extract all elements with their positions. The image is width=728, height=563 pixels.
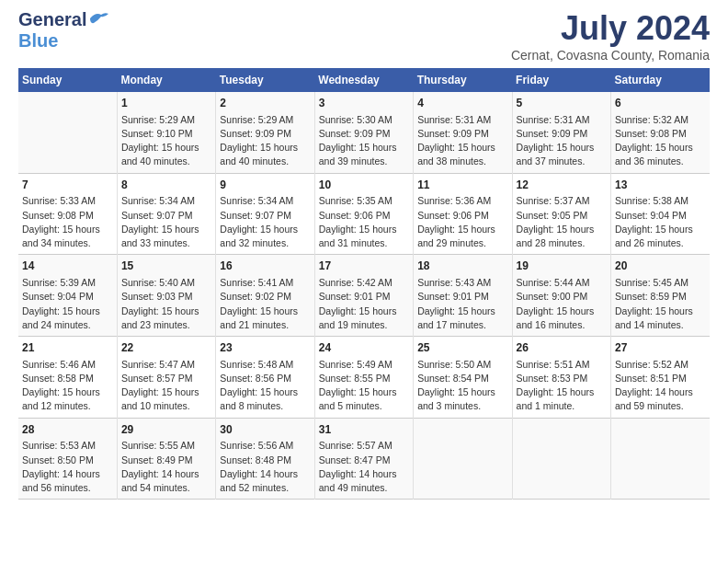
day-info: Sunrise: 5:57 AM Sunset: 8:47 PM Dayligh… bbox=[319, 439, 409, 495]
calendar-body: 1Sunrise: 5:29 AM Sunset: 9:10 PM Daylig… bbox=[18, 92, 710, 500]
day-info: Sunrise: 5:42 AM Sunset: 9:01 PM Dayligh… bbox=[319, 276, 409, 332]
day-number: 23 bbox=[220, 340, 310, 356]
calendar-day-cell: 21Sunrise: 5:46 AM Sunset: 8:58 PM Dayli… bbox=[18, 337, 117, 419]
day-number: 9 bbox=[220, 178, 310, 193]
calendar-day-cell: 12Sunrise: 5:37 AM Sunset: 9:05 PM Dayli… bbox=[512, 173, 610, 255]
calendar-day-cell: 16Sunrise: 5:41 AM Sunset: 9:02 PM Dayli… bbox=[216, 255, 314, 337]
page-header: General Blue July 2024 Cernat, Covasna C… bbox=[18, 9, 710, 63]
calendar-day-cell: 20Sunrise: 5:45 AM Sunset: 8:59 PM Dayli… bbox=[611, 255, 710, 337]
day-info: Sunrise: 5:41 AM Sunset: 9:02 PM Dayligh… bbox=[220, 276, 310, 332]
day-number: 3 bbox=[319, 96, 409, 111]
day-info: Sunrise: 5:47 AM Sunset: 8:57 PM Dayligh… bbox=[121, 358, 211, 414]
day-number: 27 bbox=[615, 340, 706, 356]
day-number: 30 bbox=[220, 422, 310, 438]
calendar-day-cell: 25Sunrise: 5:50 AM Sunset: 8:54 PM Dayli… bbox=[414, 337, 512, 419]
calendar-day-cell: 27Sunrise: 5:52 AM Sunset: 8:51 PM Dayli… bbox=[611, 337, 710, 419]
day-info: Sunrise: 5:52 AM Sunset: 8:51 PM Dayligh… bbox=[615, 358, 706, 414]
day-number: 25 bbox=[417, 340, 507, 356]
day-info: Sunrise: 5:40 AM Sunset: 9:03 PM Dayligh… bbox=[121, 276, 211, 332]
day-info: Sunrise: 5:35 AM Sunset: 9:06 PM Dayligh… bbox=[319, 194, 409, 250]
day-number: 10 bbox=[319, 178, 409, 193]
calendar-day-cell: 8Sunrise: 5:34 AM Sunset: 9:07 PM Daylig… bbox=[117, 173, 215, 255]
day-number: 6 bbox=[615, 96, 706, 111]
calendar-day-cell: 18Sunrise: 5:43 AM Sunset: 9:01 PM Dayli… bbox=[414, 255, 512, 337]
day-info: Sunrise: 5:34 AM Sunset: 9:07 PM Dayligh… bbox=[121, 194, 211, 250]
day-number: 21 bbox=[22, 340, 113, 356]
day-info: Sunrise: 5:33 AM Sunset: 9:08 PM Dayligh… bbox=[22, 194, 113, 250]
day-number: 28 bbox=[22, 422, 113, 438]
header-saturday: Saturday bbox=[611, 68, 710, 92]
day-info: Sunrise: 5:49 AM Sunset: 8:55 PM Dayligh… bbox=[319, 358, 409, 414]
day-number: 15 bbox=[121, 259, 211, 274]
day-info: Sunrise: 5:39 AM Sunset: 9:04 PM Dayligh… bbox=[22, 276, 113, 332]
day-info: Sunrise: 5:30 AM Sunset: 9:09 PM Dayligh… bbox=[319, 113, 409, 169]
title-block: July 2024 Cernat, Covasna County, Romani… bbox=[511, 9, 710, 63]
day-number: 5 bbox=[517, 96, 607, 111]
calendar-day-cell: 14Sunrise: 5:39 AM Sunset: 9:04 PM Dayli… bbox=[18, 255, 117, 337]
logo-text-general: General bbox=[18, 9, 86, 30]
header-sunday: Sunday bbox=[18, 68, 117, 92]
day-number: 2 bbox=[220, 96, 310, 111]
calendar-day-cell bbox=[18, 92, 117, 173]
header-thursday: Thursday bbox=[414, 68, 512, 92]
day-info: Sunrise: 5:37 AM Sunset: 9:05 PM Dayligh… bbox=[517, 194, 607, 250]
day-info: Sunrise: 5:56 AM Sunset: 8:48 PM Dayligh… bbox=[220, 439, 310, 495]
day-info: Sunrise: 5:45 AM Sunset: 8:59 PM Dayligh… bbox=[615, 276, 706, 332]
day-number: 22 bbox=[121, 340, 211, 356]
day-number: 14 bbox=[22, 259, 113, 274]
day-number: 11 bbox=[417, 178, 507, 193]
page-title: July 2024 bbox=[511, 9, 710, 48]
calendar-day-cell: 17Sunrise: 5:42 AM Sunset: 9:01 PM Dayli… bbox=[314, 255, 413, 337]
day-info: Sunrise: 5:32 AM Sunset: 9:08 PM Dayligh… bbox=[615, 113, 706, 169]
calendar-day-cell: 9Sunrise: 5:34 AM Sunset: 9:07 PM Daylig… bbox=[216, 173, 314, 255]
calendar-day-cell: 29Sunrise: 5:55 AM Sunset: 8:49 PM Dayli… bbox=[117, 418, 215, 500]
calendar-day-cell: 19Sunrise: 5:44 AM Sunset: 9:00 PM Dayli… bbox=[512, 255, 610, 337]
day-info: Sunrise: 5:51 AM Sunset: 8:53 PM Dayligh… bbox=[517, 358, 607, 414]
day-number: 12 bbox=[517, 178, 607, 193]
calendar-day-cell: 28Sunrise: 5:53 AM Sunset: 8:50 PM Dayli… bbox=[18, 418, 117, 500]
day-info: Sunrise: 5:36 AM Sunset: 9:06 PM Dayligh… bbox=[417, 194, 507, 250]
calendar-day-cell: 4Sunrise: 5:31 AM Sunset: 9:09 PM Daylig… bbox=[414, 92, 512, 173]
header-tuesday: Tuesday bbox=[216, 68, 314, 92]
calendar-day-cell: 2Sunrise: 5:29 AM Sunset: 9:09 PM Daylig… bbox=[216, 92, 314, 173]
calendar-day-cell: 15Sunrise: 5:40 AM Sunset: 9:03 PM Dayli… bbox=[117, 255, 215, 337]
calendar-week-row: 7Sunrise: 5:33 AM Sunset: 9:08 PM Daylig… bbox=[18, 173, 710, 255]
day-number: 17 bbox=[319, 259, 409, 274]
calendar-day-cell: 3Sunrise: 5:30 AM Sunset: 9:09 PM Daylig… bbox=[314, 92, 413, 173]
day-info: Sunrise: 5:38 AM Sunset: 9:04 PM Dayligh… bbox=[615, 194, 706, 250]
day-number: 31 bbox=[319, 422, 409, 438]
day-number: 8 bbox=[121, 178, 211, 193]
page-subtitle: Cernat, Covasna County, Romania bbox=[511, 48, 710, 63]
day-info: Sunrise: 5:48 AM Sunset: 8:56 PM Dayligh… bbox=[220, 358, 310, 414]
day-info: Sunrise: 5:44 AM Sunset: 9:00 PM Dayligh… bbox=[517, 276, 607, 332]
day-number: 4 bbox=[417, 96, 507, 111]
calendar-day-cell: 31Sunrise: 5:57 AM Sunset: 8:47 PM Dayli… bbox=[314, 418, 413, 500]
day-info: Sunrise: 5:29 AM Sunset: 9:09 PM Dayligh… bbox=[220, 113, 310, 169]
logo: General Blue bbox=[18, 9, 108, 52]
calendar-day-cell: 11Sunrise: 5:36 AM Sunset: 9:06 PM Dayli… bbox=[414, 173, 512, 255]
calendar-day-cell: 1Sunrise: 5:29 AM Sunset: 9:10 PM Daylig… bbox=[117, 92, 215, 173]
calendar-day-cell: 6Sunrise: 5:32 AM Sunset: 9:08 PM Daylig… bbox=[611, 92, 710, 173]
logo-text-blue: Blue bbox=[18, 30, 58, 52]
day-info: Sunrise: 5:53 AM Sunset: 8:50 PM Dayligh… bbox=[22, 439, 113, 495]
day-info: Sunrise: 5:46 AM Sunset: 8:58 PM Dayligh… bbox=[22, 358, 113, 414]
day-number: 20 bbox=[615, 259, 706, 274]
day-number: 1 bbox=[121, 96, 211, 111]
day-number: 26 bbox=[517, 340, 607, 356]
calendar-day-cell: 24Sunrise: 5:49 AM Sunset: 8:55 PM Dayli… bbox=[314, 337, 413, 419]
header-monday: Monday bbox=[117, 68, 215, 92]
day-info: Sunrise: 5:34 AM Sunset: 9:07 PM Dayligh… bbox=[220, 194, 310, 250]
calendar-table: Sunday Monday Tuesday Wednesday Thursday… bbox=[18, 68, 710, 500]
calendar-day-cell: 13Sunrise: 5:38 AM Sunset: 9:04 PM Dayli… bbox=[611, 173, 710, 255]
day-info: Sunrise: 5:43 AM Sunset: 9:01 PM Dayligh… bbox=[417, 276, 507, 332]
calendar-day-cell: 26Sunrise: 5:51 AM Sunset: 8:53 PM Dayli… bbox=[512, 337, 610, 419]
day-info: Sunrise: 5:31 AM Sunset: 9:09 PM Dayligh… bbox=[417, 113, 507, 169]
calendar-week-row: 21Sunrise: 5:46 AM Sunset: 8:58 PM Dayli… bbox=[18, 337, 710, 419]
day-number: 19 bbox=[517, 259, 607, 274]
calendar-day-cell: 5Sunrise: 5:31 AM Sunset: 9:09 PM Daylig… bbox=[512, 92, 610, 173]
day-number: 7 bbox=[22, 178, 113, 193]
header-wednesday: Wednesday bbox=[314, 68, 413, 92]
day-info: Sunrise: 5:55 AM Sunset: 8:49 PM Dayligh… bbox=[121, 439, 211, 495]
calendar-week-row: 14Sunrise: 5:39 AM Sunset: 9:04 PM Dayli… bbox=[18, 255, 710, 337]
day-number: 24 bbox=[319, 340, 409, 356]
